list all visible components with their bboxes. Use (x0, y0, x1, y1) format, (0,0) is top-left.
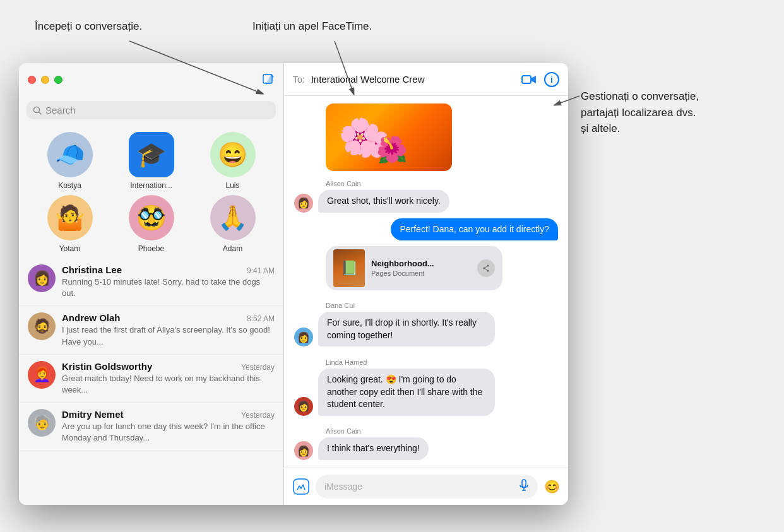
pinned-contact-international[interactable]: 🎓 Internation... (129, 132, 174, 190)
contact-name-yotam: Yotam (59, 244, 81, 253)
avatar-adam: 🙏 (210, 195, 256, 240)
contacts-row-1: 🧢 Kostya 🎓 Internation... 😄 Luis (19, 129, 283, 192)
search-bar[interactable]: Search (27, 101, 276, 119)
pinned-contact-phoebe[interactable]: 🥸 Phoebe (129, 195, 174, 253)
traffic-lights (28, 76, 62, 84)
svg-rect-13 (522, 480, 526, 487)
bubble-alison-2: I think that's everything! (318, 437, 429, 460)
conv-content-kristin: Kristin Goldsworthy Yesterday Great matc… (62, 361, 275, 396)
pinned-contact-yotam[interactable]: 🤷 Yotam (47, 195, 93, 253)
doc-type: Pages Document (371, 269, 471, 277)
message-row-alison-2: 👩 I think that's everything! (294, 437, 558, 460)
maximize-button[interactable] (54, 76, 62, 84)
svg-line-5 (39, 112, 42, 114)
conv-name-dmitry: Dmitry Nemet (62, 409, 124, 420)
conv-preview-kristin: Great match today! Need to work on my ba… (62, 373, 275, 396)
conv-name-christina: Christina Lee (62, 264, 122, 275)
titlebar (19, 63, 283, 96)
svg-rect-6 (522, 76, 531, 83)
avatar-andrew: 🧔 (28, 312, 56, 340)
conv-item-christina[interactable]: 👩 Christina Lee 9:41 AM Running 5-10 min… (19, 258, 283, 306)
pinned-contact-luis[interactable]: 😄 Luis (210, 132, 256, 190)
contact-name-phoebe: Phoebe (138, 244, 164, 253)
avatar-phoebe: 🥸 (129, 195, 174, 240)
conv-time-christina: 9:41 AM (247, 266, 275, 275)
emoji-button[interactable]: 😊 (543, 478, 561, 495)
compose-icon[interactable] (262, 73, 275, 86)
pinned-contact-adam[interactable]: 🙏 Adam (210, 195, 256, 253)
conv-item-andrew[interactable]: 🧔 Andrew Olah 8:52 AM I just read the fi… (19, 306, 283, 354)
contact-name-adam: Adam (223, 244, 242, 253)
minimize-button[interactable] (41, 76, 49, 84)
avatar-dmitry: 🧓 (28, 409, 56, 437)
sidebar: Search 🧢 Kostya 🎓 Internation... 😄 Luis (19, 63, 284, 505)
search-placeholder: Search (45, 105, 76, 115)
contact-name-kostya: Kostya (58, 181, 81, 190)
avatar-luis: 😄 (210, 132, 256, 177)
avatar-kristin: 👩‍🦰 (28, 361, 56, 389)
doc-info: Neighborhood... Pages Document (371, 259, 471, 277)
avatar-christina: 👩 (28, 264, 56, 292)
chat-panel: To: Interational Welcome Crew i 🌸 🌺 (284, 63, 568, 505)
contact-name-international: Internation... (130, 181, 172, 190)
contact-name-luis: Luis (225, 181, 239, 190)
avatar-kostya: 🧢 (47, 132, 93, 177)
bubble-alison-1: Great shot, this'll work nicely. (318, 190, 449, 213)
avatar-yotam: 🤷 (47, 195, 93, 240)
close-button[interactable] (28, 76, 36, 84)
bubble-dana: For sure, I'll drop it in shortly. It's … (318, 312, 495, 346)
sender-label-alison-1: Alison Cain (326, 180, 558, 187)
message-input-area: iMessage 😊 (284, 468, 568, 505)
conv-name-kristin: Kristin Goldsworthy (62, 361, 152, 372)
sender-label-alison-2: Alison Cain (326, 427, 558, 435)
conv-item-dmitry[interactable]: 🧓 Dmitry Nemet Yesterday Are you up for … (19, 403, 283, 451)
facetime-video-button[interactable] (520, 71, 538, 88)
conv-item-kristin[interactable]: 👩‍🦰 Kristin Goldsworthy Yesterday Great … (19, 355, 283, 403)
message-row-own: Perfect! Dana, can you add it directly? (294, 218, 558, 241)
conv-content-andrew: Andrew Olah 8:52 AM I just read the firs… (62, 312, 275, 347)
conv-content-dmitry: Dmitry Nemet Yesterday Are you up for lu… (62, 409, 275, 444)
conv-preview-dmitry: Are you up for lunch one day this week? … (62, 421, 275, 444)
avatar-international: 🎓 (129, 132, 174, 177)
to-label: To: (293, 74, 305, 85)
photo-gradient: 🌸 🌺 (326, 103, 452, 171)
conv-time-kristin: Yesterday (241, 363, 275, 372)
message-row-linda: 👩 Looking great. 😍 I'm going to do anoth… (294, 369, 558, 416)
svg-line-11 (484, 268, 488, 271)
doc-cover: 📗 (333, 249, 365, 287)
avatar-alison-1: 👩 (294, 194, 313, 213)
annotation-facetime: Inițiați un apel FaceTime. (252, 20, 372, 33)
imessage-placeholder: iMessage (324, 482, 362, 492)
message-row-alison-1: 👩 Great shot, this'll work nicely. (294, 190, 558, 213)
doc-share-icon[interactable] (477, 259, 495, 277)
photo-message: 🌸 🌺 (326, 103, 452, 171)
doc-bubble: 📗 Neighborhood... Pages Document (326, 246, 502, 290)
app-store-icon[interactable] (292, 477, 311, 496)
audio-icon (519, 479, 529, 494)
main-window: Search 🧢 Kostya 🎓 Internation... 😄 Luis (19, 63, 568, 505)
sender-label-linda: Linda Hamed (326, 358, 558, 366)
pinned-contact-kostya[interactable]: 🧢 Kostya (47, 132, 93, 190)
conv-preview-andrew: I just read the first draft of Aliya's s… (62, 324, 275, 347)
conversation-list: 👩 Christina Lee 9:41 AM Running 5-10 min… (19, 258, 283, 505)
imessage-input-field[interactable]: iMessage (316, 475, 538, 499)
avatar-linda: 👩 (294, 397, 313, 416)
conv-content-christina: Christina Lee 9:41 AM Running 5-10 minut… (62, 264, 275, 299)
contacts-row-2: 🤷 Yotam 🥸 Phoebe 🙏 Adam (19, 192, 283, 256)
chat-recipient: Interational Welcome Crew (311, 74, 514, 85)
avatar-alison-2: 👩 (294, 441, 313, 460)
annotation-start-conversation: Începeți o conversație. (35, 20, 142, 33)
conv-preview-christina: Running 5-10 minutes late! Sorry, had to… (62, 276, 275, 299)
annotation-manage: Gestionați o conversație, partajați loca… (581, 88, 699, 137)
messages-area: 🌸 🌺 Alison Cain 👩 Great shot, this'll wo… (284, 96, 568, 468)
conv-name-andrew: Andrew Olah (62, 312, 121, 323)
info-button[interactable]: i (544, 72, 559, 87)
avatar-dana: 👩 (294, 328, 313, 346)
message-row-dana: 👩 For sure, I'll drop it in shortly. It'… (294, 312, 558, 346)
svg-rect-12 (294, 479, 309, 494)
conv-time-andrew: 8:52 AM (247, 314, 275, 323)
svg-line-10 (484, 266, 488, 268)
conv-time-dmitry: Yesterday (241, 411, 275, 420)
search-icon (33, 106, 42, 115)
pinned-contacts: 🧢 Kostya 🎓 Internation... 😄 Luis 🤷 (19, 124, 283, 258)
